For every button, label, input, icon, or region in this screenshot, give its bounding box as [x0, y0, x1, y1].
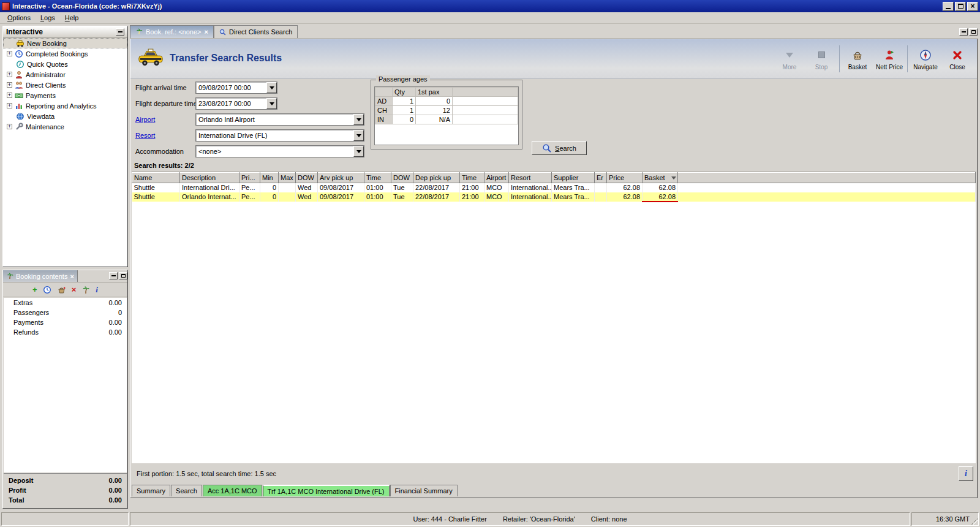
minimize-view-button[interactable]: [959, 28, 968, 36]
col-airport[interactable]: Airport: [484, 173, 509, 183]
col-arv-pickup[interactable]: Arv pick up: [318, 173, 364, 183]
col-pri[interactable]: Pri...: [239, 173, 260, 183]
minimize-view-button[interactable]: [109, 272, 118, 279]
pax-col-first-pax[interactable]: 1st pax: [416, 88, 453, 97]
airport-link[interactable]: Airport: [135, 116, 155, 124]
navigate-button[interactable]: Navigate: [910, 48, 941, 70]
list-item[interactable]: Payments 0.00: [4, 317, 127, 327]
sidebar-item-administrator[interactable]: Administrator: [3, 69, 127, 80]
col-name[interactable]: Name: [132, 173, 180, 183]
tab-booking-ref[interactable]: Book. ref.: <none> ×: [130, 25, 214, 38]
maximize-view-button[interactable]: [119, 272, 127, 279]
tree-expander-icon[interactable]: [7, 103, 12, 108]
tab-acc-mco[interactable]: Acc 1A,1C MCO: [203, 485, 262, 496]
palm-tree-icon[interactable]: [81, 286, 90, 294]
nett-price-button[interactable]: Nett Price: [873, 48, 905, 70]
col-max[interactable]: Max: [279, 173, 296, 183]
info-button[interactable]: i: [959, 466, 973, 481]
tree-expander-icon[interactable]: [7, 72, 12, 77]
list-item[interactable]: Refunds 0.00: [4, 327, 127, 337]
flight-departure-field[interactable]: 23/08/2017 00:00: [195, 97, 277, 110]
tree-expander-icon[interactable]: [7, 124, 12, 129]
col-dow-arv[interactable]: DOW: [296, 173, 318, 183]
maximize-button[interactable]: [955, 2, 966, 11]
sidebar-item-viewdata[interactable]: Viewdata: [3, 111, 127, 121]
sidebar-item-reporting-analytics[interactable]: Reporting and Analytics: [3, 100, 127, 111]
dropdown-arrow-icon[interactable]: [353, 114, 364, 125]
sidebar-item-direct-clients[interactable]: Direct Clients: [3, 80, 127, 90]
stop-button[interactable]: Stop: [805, 48, 837, 70]
dropdown-arrow-icon[interactable]: [353, 146, 364, 157]
sidebar-item-completed-bookings[interactable]: Completed Bookings: [3, 48, 127, 59]
delete-item-icon[interactable]: ×: [72, 286, 77, 294]
close-view-button[interactable]: Close: [941, 48, 973, 70]
flight-arrival-field[interactable]: 09/08/2017 00:00: [195, 82, 277, 94]
col-time-dep[interactable]: Time: [460, 173, 484, 183]
close-tab-icon[interactable]: ×: [205, 28, 208, 36]
close-tab-icon[interactable]: ×: [70, 273, 74, 280]
col-time-arv[interactable]: Time: [364, 173, 391, 183]
pax-first-pax[interactable]: 0: [416, 97, 453, 106]
pax-qty[interactable]: 1: [393, 97, 416, 106]
pax-qty[interactable]: 0: [393, 115, 416, 124]
pax-row-adult[interactable]: AD 1 0: [375, 97, 518, 106]
tree-expander-icon[interactable]: [7, 93, 12, 98]
minimize-button[interactable]: [943, 2, 954, 11]
pax-row-infant[interactable]: IN 0 N/A: [375, 115, 518, 124]
col-supplier[interactable]: Supplier: [552, 173, 595, 183]
col-dep-pickup[interactable]: Dep pick up: [413, 173, 460, 183]
tab-search[interactable]: Search: [171, 485, 202, 496]
resort-link[interactable]: Resort: [135, 132, 155, 140]
airport-field[interactable]: Orlando Intl Airport: [195, 113, 364, 126]
pax-row-child[interactable]: CH 1 12: [375, 106, 518, 115]
resize-grip[interactable]: [971, 518, 978, 525]
menu-options[interactable]: Options: [2, 13, 36, 23]
maximize-view-button[interactable]: [969, 28, 978, 36]
tab-trf-mco-international-drive[interactable]: Trf 1A,1C MCO International Drive (FL): [263, 485, 390, 496]
col-dow-dep[interactable]: DOW: [391, 173, 413, 183]
pax-first-pax[interactable]: 12: [416, 106, 453, 115]
list-item[interactable]: Passengers 0: [4, 308, 127, 317]
pax-col-qty[interactable]: Qty: [393, 88, 416, 97]
resort-field[interactable]: International Drive (FL): [195, 129, 364, 142]
menu-logs[interactable]: Logs: [36, 13, 60, 23]
col-min[interactable]: Min: [260, 173, 279, 183]
tab-label: Direct Clients Search: [229, 28, 292, 36]
col-er[interactable]: Er: [595, 173, 607, 183]
dropdown-arrow-icon[interactable]: [266, 82, 277, 93]
accommodation-field[interactable]: <none>: [195, 145, 364, 157]
col-price[interactable]: Price: [607, 173, 643, 183]
basket-button[interactable]: Basket: [842, 48, 873, 70]
pax-first-pax[interactable]: N/A: [416, 115, 453, 124]
result-row-2[interactable]: Shuttle Orlando Internat... Pe... 0 Wed …: [132, 192, 976, 202]
result-row-1[interactable]: Shuttle International Dri... Pe... 0 Wed…: [132, 183, 976, 192]
sidebar-item-payments[interactable]: Payments: [3, 90, 127, 100]
col-basket[interactable]: Basket: [643, 173, 678, 183]
close-window-button[interactable]: [967, 2, 978, 11]
sidebar-item-maintenance[interactable]: Maintenance: [3, 121, 127, 132]
info-icon[interactable]: i: [96, 286, 98, 294]
dropdown-arrow-icon[interactable]: [266, 98, 277, 109]
tree-expander-icon[interactable]: [7, 82, 12, 88]
menu-help[interactable]: Help: [60, 13, 84, 23]
sidebar-item-quick-quotes[interactable]: Quick Quotes: [3, 59, 127, 69]
tab-summary[interactable]: Summary: [132, 485, 170, 496]
dropdown-arrow-icon[interactable]: [353, 130, 364, 141]
history-clock-icon[interactable]: [43, 286, 51, 294]
basket-transfer-icon[interactable]: [57, 286, 66, 294]
tab-financial-summary[interactable]: Financial Summary: [390, 485, 458, 496]
search-button[interactable]: Search: [532, 141, 587, 155]
booking-contents-tab[interactable]: Booking contents ×: [3, 270, 78, 282]
sidebar-item-new-booking[interactable]: New Booking: [3, 38, 127, 48]
col-description[interactable]: Description: [180, 173, 239, 183]
more-button[interactable]: More: [774, 48, 805, 70]
list-item[interactable]: Extras 0.00: [4, 298, 127, 308]
collapse-panel-button[interactable]: [116, 28, 124, 36]
tab-direct-clients-search[interactable]: Direct Clients Search: [214, 25, 298, 38]
total-value: 0.00: [109, 487, 122, 494]
pax-qty[interactable]: 1: [393, 106, 416, 115]
tree-expander-icon[interactable]: [7, 51, 12, 56]
basket-icon: [851, 49, 864, 61]
col-resort[interactable]: Resort: [509, 173, 552, 183]
add-item-icon[interactable]: +: [32, 286, 37, 294]
